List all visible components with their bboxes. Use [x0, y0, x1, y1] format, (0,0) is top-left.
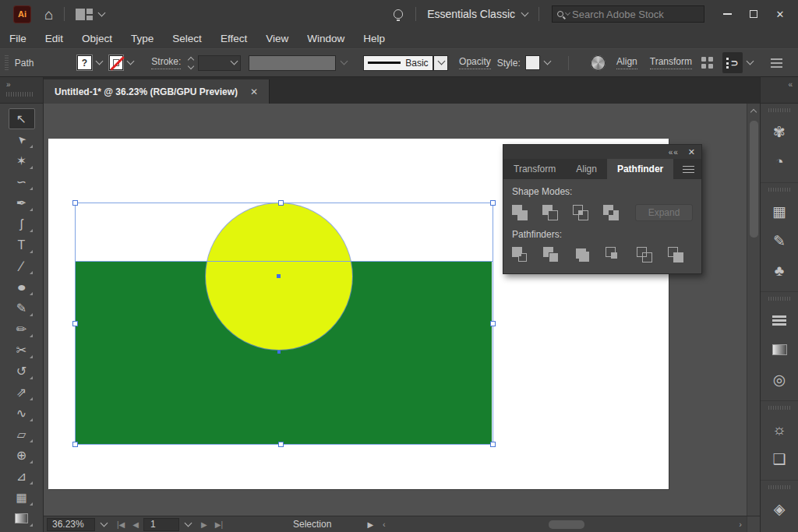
- color-panel-button[interactable]: ✾: [761, 117, 798, 146]
- rotate-tool[interactable]: ↺: [9, 361, 35, 382]
- canvas-viewport[interactable]: «« ✕ TransformAlignPathfinder Shape Mode…: [44, 104, 760, 516]
- variable-width-profile-select[interactable]: [249, 55, 336, 71]
- perspective-grid-tool[interactable]: ⊿: [9, 466, 35, 487]
- selection-handle-se[interactable]: [490, 442, 496, 447]
- arrange-documents-button[interactable]: [76, 9, 104, 20]
- rectangle-center-anchor[interactable]: [277, 351, 281, 354]
- vertical-scroll-thumb[interactable]: [750, 121, 758, 238]
- document-tab[interactable]: Untitled-1* @ 36.23% (RGB/GPU Preview) ✕: [44, 79, 270, 104]
- appearance-panel-button[interactable]: ☼: [761, 414, 798, 444]
- menu-object[interactable]: Object: [82, 33, 112, 44]
- color-guide-panel-button[interactable]: ◔: [761, 146, 798, 176]
- minus-back-button[interactable]: [668, 247, 684, 263]
- selection-handle-s[interactable]: [278, 442, 284, 447]
- last-artboard-button[interactable]: ▶|: [215, 520, 223, 529]
- selection-bounding-box[interactable]: [75, 203, 493, 445]
- search-input[interactable]: [572, 9, 681, 20]
- recolor-artwork-icon[interactable]: [591, 55, 606, 71]
- selection-handle-n[interactable]: [278, 200, 284, 206]
- artboard-dropdown[interactable]: [179, 523, 196, 526]
- brush-dropdown[interactable]: [433, 55, 449, 71]
- layers-panel-button[interactable]: ◈: [761, 494, 798, 523]
- stroke-dropdown[interactable]: [125, 62, 136, 64]
- panel-menu-icon[interactable]: [683, 166, 694, 173]
- menu-edit[interactable]: Edit: [45, 33, 63, 44]
- graphic-style-swatch[interactable]: [525, 55, 540, 70]
- scissors-tool[interactable]: ✂: [9, 340, 35, 361]
- horizontal-scrollbar[interactable]: ‹ ›: [380, 516, 745, 532]
- tab-close-icon[interactable]: ✕: [250, 86, 258, 97]
- brush-definition-select[interactable]: Basic: [363, 55, 433, 71]
- merge-button[interactable]: [574, 247, 591, 263]
- brushes-panel-button[interactable]: ✎: [761, 226, 798, 255]
- dock-grip[interactable]: [768, 485, 790, 489]
- fill-dropdown[interactable]: [94, 62, 104, 64]
- trim-button[interactable]: [543, 247, 560, 263]
- menu-effect[interactable]: Effect: [221, 33, 247, 44]
- lasso-tool[interactable]: ∽: [9, 171, 35, 192]
- selection-handle-ne[interactable]: [490, 200, 496, 206]
- intersect-button[interactable]: [573, 205, 589, 221]
- panel-toggle-dropdown[interactable]: [745, 62, 755, 64]
- stroke-color-swatch[interactable]: [109, 55, 123, 70]
- stroke-weight-label[interactable]: Stroke:: [151, 56, 181, 69]
- menu-window[interactable]: Window: [307, 33, 344, 44]
- chevron-down-icon[interactable]: [521, 9, 529, 16]
- first-artboard-button[interactable]: |◀: [117, 520, 125, 529]
- horizontal-scroll-thumb[interactable]: [549, 520, 584, 529]
- transparency-panel-button[interactable]: ◎: [761, 365, 798, 394]
- swatches-panel-button[interactable]: ▦: [761, 196, 798, 226]
- scale-tool[interactable]: ⇗: [9, 382, 35, 403]
- crop-button[interactable]: [606, 247, 622, 263]
- zoom-level-field[interactable]: 36.23%: [47, 518, 95, 531]
- all-tools-grid-icon[interactable]: [701, 57, 713, 69]
- home-icon[interactable]: ⌂: [44, 7, 53, 22]
- shape-builder-tool[interactable]: ⊕: [9, 445, 35, 466]
- unite-button[interactable]: [512, 205, 528, 221]
- selection-handle-e[interactable]: [490, 321, 496, 326]
- paintbrush-tool[interactable]: ✎: [9, 298, 35, 319]
- selection-handle-nw[interactable]: [72, 200, 78, 206]
- shaper-tool[interactable]: ✏: [9, 319, 35, 340]
- tab-align[interactable]: Align: [566, 159, 607, 179]
- fill-color-swatch[interactable]: ?: [77, 55, 91, 70]
- type-tool[interactable]: T: [9, 234, 35, 255]
- gradient-panel-button[interactable]: [761, 335, 798, 365]
- adobe-stock-search[interactable]: [552, 5, 704, 23]
- menu-help[interactable]: Help: [363, 33, 385, 44]
- minus-front-button[interactable]: [542, 205, 559, 221]
- ellipse-tool[interactable]: ●: [9, 277, 35, 298]
- zoom-dropdown[interactable]: [95, 523, 112, 526]
- stroke-weight-select[interactable]: [198, 55, 242, 71]
- minimize-button[interactable]: [714, 4, 740, 24]
- width-tool[interactable]: ∿: [9, 403, 35, 424]
- menu-type[interactable]: Type: [131, 33, 154, 44]
- previous-artboard-button[interactable]: ◀: [132, 520, 139, 529]
- gradient-tool[interactable]: [9, 508, 35, 529]
- menu-view[interactable]: View: [266, 33, 288, 44]
- graphic-styles-panel-button[interactable]: ❑: [761, 444, 798, 474]
- mesh-tool[interactable]: ▦: [9, 487, 35, 508]
- symbols-panel-button[interactable]: ♣: [761, 255, 798, 285]
- pen-tool[interactable]: ✒: [9, 192, 35, 213]
- scroll-right-icon[interactable]: ›: [736, 520, 745, 529]
- menu-select[interactable]: Select: [172, 33, 202, 44]
- scroll-up-icon[interactable]: [750, 109, 757, 115]
- circle-center-anchor[interactable]: [277, 274, 281, 278]
- opacity-label[interactable]: Opacity: [459, 56, 491, 69]
- transform-link[interactable]: Transform: [650, 56, 692, 69]
- stroke-panel-button[interactable]: [761, 305, 798, 335]
- tab-transform[interactable]: Transform: [503, 159, 566, 179]
- properties-panel-toggle[interactable]: ⊃: [722, 52, 743, 73]
- curvature-tool[interactable]: ʃ: [9, 213, 35, 234]
- selection-tool[interactable]: ↖: [9, 108, 35, 129]
- close-button[interactable]: ✕: [767, 4, 793, 24]
- next-artboard-button[interactable]: ▶: [201, 520, 207, 529]
- artboard-number-field[interactable]: 1: [143, 518, 179, 531]
- expand-button[interactable]: Expand: [635, 204, 693, 221]
- tab-pathfinder[interactable]: Pathfinder: [607, 159, 673, 179]
- stroke-weight-stepper[interactable]: [185, 55, 195, 71]
- line-segment-tool[interactable]: ∕: [9, 255, 35, 277]
- dock-grip[interactable]: [768, 297, 790, 301]
- selection-handle-sw[interactable]: [72, 442, 78, 447]
